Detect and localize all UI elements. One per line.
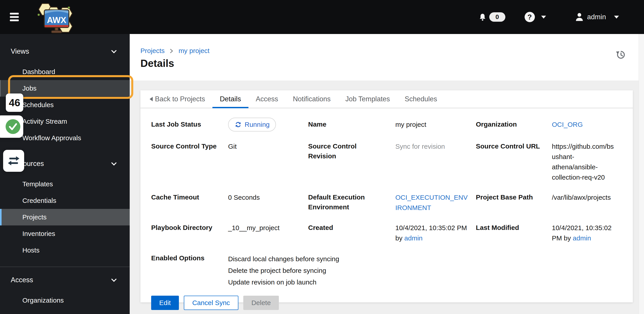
sidebar-group-header-access[interactable]: Access: [0, 272, 130, 288]
page-scrollbar[interactable]: [639, 34, 644, 314]
current-user-label[interactable]: admin: [587, 13, 606, 21]
tab-schedules[interactable]: Schedules: [397, 90, 444, 108]
cancel-sync-button[interactable]: Cancel Sync: [184, 296, 238, 310]
annotation-swap-icon: [3, 150, 24, 172]
field-value-source-control-url: https://github.com/bsushant-athena/ansib…: [552, 141, 624, 182]
user-person-icon: [575, 12, 584, 22]
tab-details[interactable]: Details: [212, 90, 248, 108]
annotation-success-check-icon: [0, 116, 23, 138]
field-label-created: Created: [308, 223, 395, 232]
sidebar-group-access: Access Organizations: [0, 267, 130, 309]
chevron-down-icon: [111, 48, 116, 53]
project-details-card: Back to Projects Details Access Notifica…: [140, 90, 633, 302]
enabled-option: Delete the project before syncing: [228, 265, 469, 276]
tab-back-to-projects[interactable]: Back to Projects: [142, 90, 212, 108]
delete-button[interactable]: Delete: [243, 296, 279, 310]
field-label-last-modified: Last Modified: [476, 223, 552, 232]
sidebar-group-label: Views: [11, 48, 29, 56]
breadcrumb-current-link[interactable]: my project: [178, 47, 209, 54]
sidebar-group-label: Access: [11, 276, 33, 284]
field-label-source-control-url: Source Control URL: [476, 141, 552, 151]
field-value-playbook-directory: _10__my_project: [228, 223, 308, 233]
field-value-cache-timeout: 0 Seconds: [228, 192, 308, 202]
field-label-name: Name: [308, 120, 395, 129]
sync-icon: [234, 121, 242, 128]
field-label-default-execution-environment: Default Execution Environment: [308, 192, 395, 212]
field-value-organization: OCI_ORG: [552, 120, 624, 130]
tab-access[interactable]: Access: [248, 90, 286, 108]
page-body: Back to Projects Details Access Notifica…: [130, 80, 644, 314]
edit-button[interactable]: Edit: [151, 296, 179, 310]
field-label-project-base-path: Project Base Path: [476, 192, 552, 202]
organization-link[interactable]: OCI_ORG: [552, 121, 583, 128]
tab-bar: Back to Projects Details Access Notifica…: [140, 90, 633, 108]
tab-job-templates[interactable]: Job Templates: [338, 90, 397, 108]
modified-by-user-link[interactable]: admin: [573, 234, 591, 242]
sidebar-item-projects[interactable]: Projects: [0, 209, 130, 226]
annotation-step-badge: 46: [6, 94, 23, 112]
caret-left-icon: [150, 97, 153, 101]
sidebar-item-credentials[interactable]: Credentials: [0, 192, 130, 209]
execution-environment-link[interactable]: OCI_EXECUTION_ENVIRONMENT: [395, 194, 468, 211]
awx-logo[interactable]: AWX: [34, 1, 76, 34]
breadcrumb-chevron-icon: [169, 48, 174, 54]
field-label-source-control-revision: Source Control Revision: [308, 141, 395, 161]
sidebar-item-dashboard[interactable]: Dashboard: [0, 64, 130, 80]
masthead: AWX 0 ? admin: [0, 0, 644, 34]
chevron-down-icon: [111, 160, 116, 166]
sidebar-item-inventories[interactable]: Inventories: [0, 226, 130, 242]
svg-text:AWX: AWX: [47, 16, 66, 25]
user-caret-down-icon[interactable]: [614, 16, 619, 18]
field-label-cache-timeout: Cache Timeout: [151, 192, 228, 202]
field-value-last-job-status: Running: [228, 120, 308, 132]
help-caret-down-icon[interactable]: [541, 16, 546, 18]
field-label-playbook-directory: Playbook Directory: [151, 223, 228, 232]
action-buttons: Edit Cancel Sync Delete: [151, 296, 624, 310]
page-title: Details: [140, 57, 644, 69]
sidebar-item-hosts[interactable]: Hosts: [0, 242, 130, 258]
breadcrumb-projects-link[interactable]: Projects: [140, 47, 164, 54]
breadcrumb: Projects my project: [140, 47, 644, 54]
field-value-default-execution-environment: OCI_EXECUTION_ENVIRONMENT: [395, 192, 476, 213]
main-content: Projects my project Details Back to Proj…: [130, 34, 644, 314]
field-label-last-job-status: Last Job Status: [151, 120, 228, 129]
tab-notifications[interactable]: Notifications: [286, 90, 338, 108]
field-value-source-control-type: Git: [228, 141, 308, 152]
notification-count-badge: 0: [489, 12, 505, 22]
nav-toggle-hamburger-icon[interactable]: [10, 13, 19, 21]
field-value-source-control-revision: Sync for revision: [395, 141, 476, 152]
field-value-created: 10/4/2021, 10:35:02 PM by admin: [395, 223, 476, 243]
field-label-source-control-type: Source Control Type: [151, 141, 228, 151]
history-clock-icon[interactable]: [615, 49, 626, 60]
sidebar-group-header-views[interactable]: Views: [0, 43, 130, 60]
detail-list: Last Job Status Running Name my project …: [151, 120, 624, 288]
field-value-name: my project: [395, 120, 476, 130]
field-label-enabled-options: Enabled Options: [151, 253, 228, 263]
enabled-option: Discard local changes before syncing: [228, 253, 469, 265]
chevron-down-icon: [111, 276, 116, 282]
field-value-last-modified: 10/4/2021, 10:35:02 PM by admin: [552, 223, 624, 243]
created-by-user-link[interactable]: admin: [404, 234, 422, 242]
field-value-enabled-options: Discard local changes before syncing Del…: [228, 253, 476, 288]
field-value-project-base-path: /var/lib/awx/projects: [552, 192, 624, 202]
page-header: Projects my project Details: [130, 34, 644, 80]
enabled-option: Update revision on job launch: [228, 276, 469, 288]
sidebar-item-organizations[interactable]: Organizations: [0, 292, 130, 309]
help-icon[interactable]: ?: [524, 12, 535, 22]
field-label-organization: Organization: [476, 120, 552, 129]
status-badge-running[interactable]: Running: [228, 118, 276, 132]
notifications-bell-icon[interactable]: [478, 13, 486, 21]
masthead-toolbar: 0 ? admin: [478, 12, 619, 22]
sidebar-item-templates[interactable]: Templates: [0, 176, 130, 192]
sidebar-nav: Views Dashboard Jobs Schedules Activity …: [0, 34, 130, 314]
